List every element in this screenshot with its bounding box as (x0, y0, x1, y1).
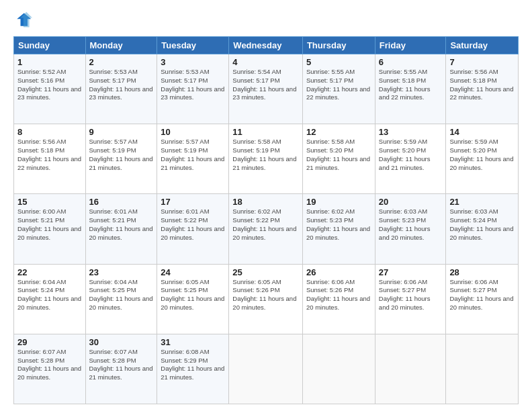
calendar-cell: 4Sunrise: 5:54 AMSunset: 5:17 PMDaylight… (229, 54, 303, 124)
day-number: 9 (89, 127, 154, 137)
calendar-cell: 14Sunrise: 5:59 AMSunset: 5:20 PMDayligh… (446, 124, 519, 194)
calendar-cell: 22Sunrise: 6:04 AMSunset: 5:24 PMDayligh… (14, 264, 86, 334)
day-info: Sunrise: 5:57 AMSunset: 5:19 PMDaylight:… (89, 138, 154, 172)
calendar-cell: 27Sunrise: 6:06 AMSunset: 5:27 PMDayligh… (375, 264, 446, 334)
day-info: Sunrise: 6:01 AMSunset: 5:22 PMDaylight:… (161, 208, 225, 242)
day-info: Sunrise: 6:07 AMSunset: 5:28 PMDaylight:… (17, 348, 82, 382)
day-info: Sunrise: 5:56 AMSunset: 5:18 PMDaylight:… (449, 68, 515, 102)
day-number: 13 (379, 127, 443, 137)
day-info: Sunrise: 5:58 AMSunset: 5:19 PMDaylight:… (232, 138, 299, 172)
calendar-cell: 17Sunrise: 6:01 AMSunset: 5:22 PMDayligh… (157, 194, 229, 264)
calendar-cell: 31Sunrise: 6:08 AMSunset: 5:29 PMDayligh… (157, 334, 229, 404)
calendar-cell: 15Sunrise: 6:00 AMSunset: 5:21 PMDayligh… (14, 194, 86, 264)
day-number: 26 (306, 267, 371, 277)
calendar-cell: 5Sunrise: 5:55 AMSunset: 5:17 PMDaylight… (302, 54, 375, 124)
calendar-cell: 21Sunrise: 6:03 AMSunset: 5:24 PMDayligh… (446, 194, 519, 264)
calendar-cell: 19Sunrise: 6:02 AMSunset: 5:23 PMDayligh… (302, 194, 375, 264)
day-number: 10 (161, 127, 225, 137)
day-info: Sunrise: 6:03 AMSunset: 5:24 PMDaylight:… (449, 208, 515, 242)
calendar-cell: 24Sunrise: 6:05 AMSunset: 5:25 PMDayligh… (157, 264, 229, 334)
day-number: 11 (232, 127, 299, 137)
calendar-week-row: 15Sunrise: 6:00 AMSunset: 5:21 PMDayligh… (14, 194, 519, 264)
day-number: 23 (89, 267, 154, 277)
calendar-header-sunday: Sunday (14, 37, 86, 54)
day-info: Sunrise: 5:55 AMSunset: 5:17 PMDaylight:… (306, 68, 371, 102)
calendar-cell: 9Sunrise: 5:57 AMSunset: 5:19 PMDaylight… (85, 124, 157, 194)
day-number: 7 (449, 57, 515, 67)
calendar-cell: 8Sunrise: 5:56 AMSunset: 5:18 PMDaylight… (14, 124, 86, 194)
calendar-cell: 2Sunrise: 5:53 AMSunset: 5:17 PMDaylight… (85, 54, 157, 124)
calendar-table: SundayMondayTuesdayWednesdayThursdayFrid… (13, 36, 519, 404)
day-info: Sunrise: 6:01 AMSunset: 5:21 PMDaylight:… (89, 208, 154, 242)
day-number: 1 (17, 57, 82, 67)
calendar-cell (446, 334, 519, 404)
calendar-cell: 18Sunrise: 6:02 AMSunset: 5:22 PMDayligh… (229, 194, 303, 264)
day-info: Sunrise: 5:54 AMSunset: 5:17 PMDaylight:… (232, 68, 299, 102)
day-number: 22 (17, 267, 82, 277)
day-info: Sunrise: 6:04 AMSunset: 5:24 PMDaylight:… (17, 278, 82, 312)
day-info: Sunrise: 6:05 AMSunset: 5:25 PMDaylight:… (161, 278, 225, 312)
calendar-week-row: 29Sunrise: 6:07 AMSunset: 5:28 PMDayligh… (14, 334, 519, 404)
day-number: 21 (449, 197, 515, 207)
calendar-cell: 26Sunrise: 6:06 AMSunset: 5:26 PMDayligh… (302, 264, 375, 334)
day-info: Sunrise: 6:06 AMSunset: 5:27 PMDaylight:… (449, 278, 515, 312)
day-info: Sunrise: 6:08 AMSunset: 5:29 PMDaylight:… (161, 348, 225, 382)
calendar-cell: 7Sunrise: 5:56 AMSunset: 5:18 PMDaylight… (446, 54, 519, 124)
day-info: Sunrise: 6:03 AMSunset: 5:23 PMDaylight:… (379, 208, 443, 242)
day-info: Sunrise: 5:59 AMSunset: 5:20 PMDaylight:… (379, 138, 443, 172)
calendar-header-tuesday: Tuesday (157, 37, 229, 54)
day-info: Sunrise: 5:57 AMSunset: 5:19 PMDaylight:… (161, 138, 225, 172)
calendar-cell: 1Sunrise: 5:52 AMSunset: 5:16 PMDaylight… (14, 54, 86, 124)
day-number: 4 (232, 57, 299, 67)
day-number: 2 (89, 57, 154, 67)
calendar-header-wednesday: Wednesday (229, 37, 303, 54)
day-number: 28 (449, 267, 515, 277)
day-info: Sunrise: 5:56 AMSunset: 5:18 PMDaylight:… (17, 138, 82, 172)
calendar-header-friday: Friday (375, 37, 446, 54)
calendar-cell (302, 334, 375, 404)
calendar-week-row: 1Sunrise: 5:52 AMSunset: 5:16 PMDaylight… (14, 54, 519, 124)
day-info: Sunrise: 6:00 AMSunset: 5:21 PMDaylight:… (17, 208, 82, 242)
day-info: Sunrise: 6:05 AMSunset: 5:26 PMDaylight:… (232, 278, 299, 312)
page: SundayMondayTuesdayWednesdayThursdayFrid… (0, 0, 532, 411)
day-info: Sunrise: 6:04 AMSunset: 5:25 PMDaylight:… (89, 278, 154, 312)
day-number: 20 (379, 197, 443, 207)
calendar-cell: 20Sunrise: 6:03 AMSunset: 5:23 PMDayligh… (375, 194, 446, 264)
calendar-cell: 30Sunrise: 6:07 AMSunset: 5:28 PMDayligh… (85, 334, 157, 404)
day-number: 30 (89, 337, 154, 347)
day-info: Sunrise: 5:52 AMSunset: 5:16 PMDaylight:… (17, 68, 82, 102)
day-number: 29 (17, 337, 82, 347)
calendar-cell: 12Sunrise: 5:58 AMSunset: 5:20 PMDayligh… (302, 124, 375, 194)
day-info: Sunrise: 5:53 AMSunset: 5:17 PMDaylight:… (161, 68, 225, 102)
calendar-week-row: 8Sunrise: 5:56 AMSunset: 5:18 PMDaylight… (14, 124, 519, 194)
logo (13, 11, 35, 30)
day-number: 15 (17, 197, 82, 207)
calendar-cell: 6Sunrise: 5:55 AMSunset: 5:18 PMDaylight… (375, 54, 446, 124)
day-number: 14 (449, 127, 515, 137)
day-info: Sunrise: 6:06 AMSunset: 5:27 PMDaylight:… (379, 278, 443, 312)
day-number: 12 (306, 127, 371, 137)
day-info: Sunrise: 6:02 AMSunset: 5:22 PMDaylight:… (232, 208, 299, 242)
day-number: 17 (161, 197, 225, 207)
calendar-cell (375, 334, 446, 404)
day-number: 18 (232, 197, 299, 207)
day-number: 19 (306, 197, 371, 207)
calendar-cell: 10Sunrise: 5:57 AMSunset: 5:19 PMDayligh… (157, 124, 229, 194)
calendar-cell: 23Sunrise: 6:04 AMSunset: 5:25 PMDayligh… (85, 264, 157, 334)
day-number: 27 (379, 267, 443, 277)
calendar-cell: 29Sunrise: 6:07 AMSunset: 5:28 PMDayligh… (14, 334, 86, 404)
day-info: Sunrise: 6:06 AMSunset: 5:26 PMDaylight:… (306, 278, 371, 312)
calendar-header-saturday: Saturday (446, 37, 519, 54)
calendar-cell: 28Sunrise: 6:06 AMSunset: 5:27 PMDayligh… (446, 264, 519, 334)
calendar-cell: 13Sunrise: 5:59 AMSunset: 5:20 PMDayligh… (375, 124, 446, 194)
day-number: 5 (306, 57, 371, 67)
day-number: 31 (161, 337, 225, 347)
day-info: Sunrise: 5:55 AMSunset: 5:18 PMDaylight:… (379, 68, 443, 102)
calendar-cell: 3Sunrise: 5:53 AMSunset: 5:17 PMDaylight… (157, 54, 229, 124)
calendar-cell: 11Sunrise: 5:58 AMSunset: 5:19 PMDayligh… (229, 124, 303, 194)
day-info: Sunrise: 6:02 AMSunset: 5:23 PMDaylight:… (306, 208, 371, 242)
day-info: Sunrise: 5:58 AMSunset: 5:20 PMDaylight:… (306, 138, 371, 172)
header (13, 11, 519, 30)
calendar-header-thursday: Thursday (302, 37, 375, 54)
logo-icon (13, 11, 32, 30)
